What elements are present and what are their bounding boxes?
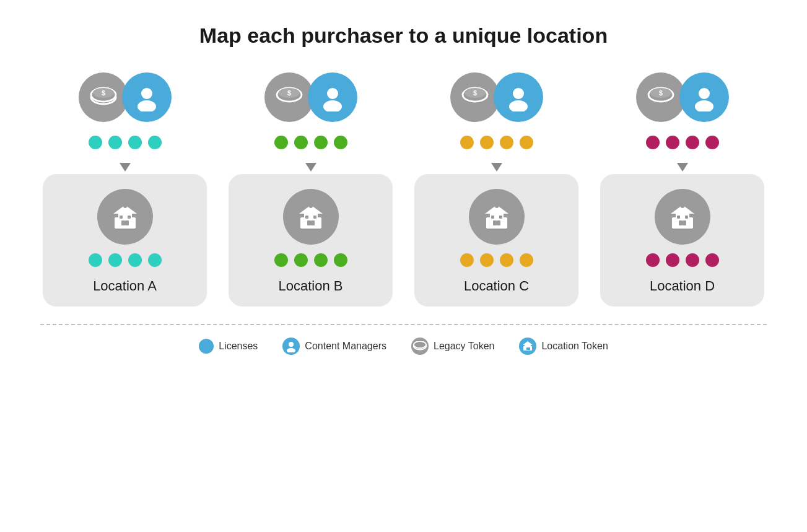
top-icons-d: $ [636, 72, 729, 122]
svg-rect-13 [128, 216, 131, 219]
legend-row: Licenses Content Managers Legacy Token [199, 338, 608, 355]
dot [500, 136, 513, 149]
user-icon-a [122, 72, 172, 122]
svg-point-47 [699, 88, 710, 99]
dot [666, 136, 679, 149]
svg-rect-22 [304, 211, 318, 229]
dot [334, 136, 347, 149]
building-icon-a [97, 189, 153, 245]
top-icons-c: $ [450, 72, 543, 122]
svg-rect-55 [685, 216, 688, 219]
svg-point-57 [289, 342, 294, 347]
building-icon-c [469, 189, 525, 245]
dot [108, 136, 122, 149]
dot [646, 136, 660, 149]
svg-rect-65 [526, 347, 528, 350]
svg-rect-10 [121, 220, 125, 225]
column-d: $ [599, 72, 766, 307]
svg-point-19 [327, 88, 338, 99]
svg-rect-36 [490, 211, 504, 229]
svg-rect-26 [305, 216, 308, 219]
content-managers-label: Content Managers [305, 341, 386, 352]
top-icons-b: $ [264, 72, 357, 122]
dot [294, 253, 308, 267]
svg-rect-52 [679, 220, 683, 225]
legacy-token-label: Legacy Token [434, 341, 494, 352]
token-icon-d: $ [636, 72, 686, 122]
location-card-d: Location D [600, 174, 764, 307]
svg-point-33 [513, 88, 524, 99]
dot [148, 136, 162, 149]
dot [480, 253, 494, 267]
dots-row-card-b [274, 253, 347, 267]
svg-point-58 [287, 348, 295, 352]
dot [294, 136, 308, 149]
svg-point-34 [509, 100, 528, 111]
location-token-icon [519, 338, 536, 355]
dot [686, 136, 699, 149]
svg-rect-12 [120, 216, 123, 219]
legacy-token-icon [411, 338, 429, 355]
svg-rect-40 [491, 216, 494, 219]
token-icon-a: $ [79, 72, 128, 122]
dot [500, 253, 513, 267]
svg-rect-25 [311, 220, 315, 225]
column-c: $ [413, 72, 580, 307]
dots-row-card-a [89, 253, 162, 267]
licenses-label: Licenses [219, 341, 258, 352]
svg-point-6 [137, 100, 156, 111]
dots-row-d [646, 136, 719, 149]
dot [686, 253, 699, 267]
svg-point-28 [309, 204, 313, 208]
top-icons-a: $ [79, 72, 172, 122]
dot [666, 253, 679, 267]
svg-rect-54 [677, 216, 680, 219]
svg-point-56 [681, 204, 684, 208]
location-label-a: Location A [93, 278, 157, 294]
svg-rect-27 [313, 216, 316, 219]
token-icon-b: $ [264, 72, 314, 122]
svg-rect-66 [528, 347, 530, 350]
building-icon-d [655, 189, 710, 245]
legend-legacy-token: Legacy Token [411, 338, 494, 355]
dot [314, 253, 328, 267]
svg-rect-38 [493, 220, 497, 225]
dot [705, 253, 719, 267]
section-divider [40, 324, 767, 325]
svg-point-14 [123, 204, 127, 208]
svg-rect-39 [497, 220, 500, 225]
dot [520, 136, 533, 149]
dot [334, 253, 347, 267]
page-title: Map each purchaser to a unique location [199, 24, 608, 48]
dot [89, 253, 102, 267]
column-a: $ [41, 72, 209, 307]
location-card-b: Location B [229, 174, 393, 307]
dot [274, 136, 288, 149]
dot [128, 253, 142, 267]
location-token-label: Location Token [541, 341, 608, 352]
dot [460, 136, 474, 149]
svg-text:$: $ [473, 89, 476, 97]
dots-row-b [274, 136, 347, 149]
svg-text:$: $ [658, 89, 662, 97]
dot [108, 253, 122, 267]
svg-text:$: $ [101, 89, 105, 97]
svg-rect-53 [683, 220, 686, 225]
dots-row-c [460, 136, 533, 149]
licenses-icon [199, 339, 214, 354]
dot [89, 136, 102, 149]
svg-rect-41 [499, 216, 502, 219]
dots-row-card-d [646, 253, 719, 267]
dot [520, 253, 533, 267]
svg-rect-50 [676, 211, 689, 229]
svg-point-20 [323, 100, 342, 111]
token-icon-c: $ [450, 72, 500, 122]
svg-rect-24 [307, 220, 311, 225]
location-card-a: Location A [43, 174, 207, 307]
dots-row-a [89, 136, 162, 149]
columns-container: $ [0, 72, 807, 307]
legend-content-managers: Content Managers [282, 338, 386, 355]
svg-point-42 [495, 204, 499, 208]
content-managers-icon [282, 338, 300, 355]
svg-point-48 [695, 100, 713, 111]
